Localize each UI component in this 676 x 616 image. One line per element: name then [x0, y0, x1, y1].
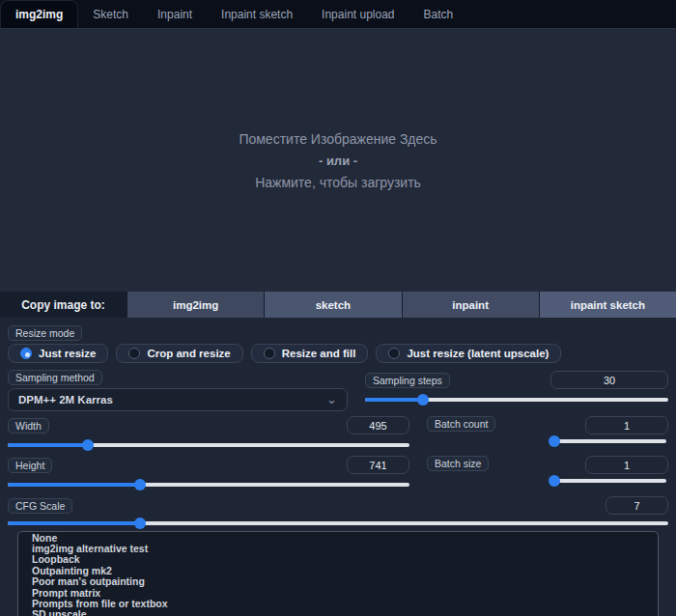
- radio-unselected-icon: [128, 348, 140, 359]
- batch-size-slider[interactable]: [550, 474, 666, 487]
- cfg-scale-input[interactable]: 7: [606, 496, 668, 515]
- radio-just-resize-label: Just resize: [39, 348, 96, 359]
- batch-count-slider[interactable]: [550, 434, 666, 447]
- sampling-steps-label: Sampling steps: [365, 373, 450, 388]
- cfg-scale-block: CFG Scale 7: [8, 493, 668, 529]
- height-block: Height 741: [8, 453, 409, 490]
- script-option-poor-mans-outpainting[interactable]: Poor man's outpainting: [18, 576, 658, 587]
- sampling-method-value: DPM++ 2M Karras: [18, 394, 113, 406]
- script-option-img2img-alternative-test[interactable]: img2img alternative test: [18, 543, 658, 553]
- cfg-scale-label: CFG Scale: [8, 498, 72, 514]
- resize-mode-block: Resize mode Just resize Crop and resize …: [8, 323, 668, 363]
- radio-unselected-icon: [264, 348, 275, 359]
- batch-count-block: Batch count: [427, 413, 545, 451]
- sampling-steps-input[interactable]: 30: [550, 371, 668, 389]
- radio-resize-and-fill-label: Resize and fill: [282, 348, 356, 359]
- copy-to-inpaint-button[interactable]: inpaint: [403, 292, 539, 318]
- width-block: Width 495: [8, 413, 409, 451]
- batch-size-input[interactable]: 1: [585, 456, 668, 474]
- radio-latent-upscale-label: Just resize (latent upscale): [407, 348, 549, 359]
- sampling-method-label: Sampling method: [8, 370, 102, 385]
- width-input[interactable]: 495: [347, 416, 409, 434]
- radio-selected-icon: [20, 348, 32, 359]
- sampling-method-block: Sampling method DPM++ 2M Karras ⌄: [8, 368, 348, 411]
- tab-inpaint-sketch[interactable]: Inpaint sketch: [207, 0, 307, 28]
- script-options-list: None img2img alternative test Loopback O…: [17, 531, 659, 616]
- radio-crop-and-resize[interactable]: Crop and resize: [116, 344, 242, 363]
- img2img-page: img2img Sketch Inpaint Inpaint sketch In…: [0, 0, 676, 616]
- script-option-sd-upscale[interactable]: SD upscale: [18, 609, 658, 616]
- batch-size-block: Batch size: [427, 453, 545, 490]
- radio-unselected-icon: [388, 348, 400, 359]
- dropzone-text-line1: Поместите Изображение Здесь: [239, 131, 437, 147]
- copy-to-inpaint-sketch-button[interactable]: inpaint sketch: [540, 292, 676, 318]
- script-option-prompt-matrix[interactable]: Prompt matrix: [18, 587, 658, 598]
- copy-image-to-row: Copy image to: img2img sketch inpaint in…: [0, 292, 676, 318]
- sampling-steps-slider[interactable]: [365, 393, 668, 406]
- copy-to-img2img-button[interactable]: img2img: [127, 292, 264, 318]
- dropzone-text-or: - или -: [319, 154, 357, 168]
- resize-mode-label: Resize mode: [8, 325, 82, 341]
- radio-just-resize-latent-upscale[interactable]: Just resize (latent upscale): [376, 344, 561, 363]
- image-dropzone[interactable]: Поместите Изображение Здесь - или - Нажм…: [0, 28, 676, 292]
- script-option-outpainting-mk2[interactable]: Outpainting mk2: [18, 565, 658, 575]
- width-label: Width: [8, 418, 49, 434]
- sampling-steps-block: Sampling steps 30: [365, 368, 668, 411]
- copy-to-sketch-button[interactable]: sketch: [265, 292, 401, 318]
- radio-just-resize[interactable]: Just resize: [8, 344, 108, 363]
- batch-count-input[interactable]: 1: [585, 416, 668, 434]
- copy-image-to-label: Copy image to:: [0, 292, 127, 318]
- batch-count-label: Batch count: [427, 416, 495, 432]
- chevron-down-icon: ⌄: [326, 395, 337, 405]
- cfg-scale-slider[interactable]: [8, 517, 668, 529]
- tab-batch[interactable]: Batch: [409, 0, 468, 28]
- script-option-none[interactable]: None: [18, 532, 658, 543]
- script-option-prompts-from-file[interactable]: Prompts from file or textbox: [18, 598, 658, 608]
- width-slider[interactable]: [8, 438, 409, 451]
- tab-sketch[interactable]: Sketch: [78, 0, 143, 28]
- radio-resize-and-fill[interactable]: Resize and fill: [251, 344, 369, 363]
- resize-mode-options: Just resize Crop and resize Resize and f…: [8, 344, 668, 363]
- controls-panel: Resize mode Just resize Crop and resize …: [0, 318, 676, 616]
- height-input[interactable]: 741: [347, 456, 409, 474]
- sampling-method-select[interactable]: DPM++ 2M Karras ⌄: [8, 388, 348, 411]
- dropzone-text-line3: Нажмите, чтобы загрузить: [255, 175, 421, 190]
- script-option-loopback[interactable]: Loopback: [18, 554, 658, 565]
- tab-inpaint-upload[interactable]: Inpaint upload: [307, 0, 408, 28]
- height-label: Height: [8, 458, 52, 473]
- height-slider[interactable]: [8, 478, 409, 490]
- mode-tabbar: img2img Sketch Inpaint Inpaint sketch In…: [0, 0, 676, 28]
- sampling-row: Sampling method DPM++ 2M Karras ⌄ Sampli…: [8, 368, 668, 411]
- batch-size-label: Batch size: [427, 456, 489, 471]
- tab-img2img[interactable]: img2img: [0, 0, 78, 28]
- tab-inpaint[interactable]: Inpaint: [143, 0, 207, 28]
- radio-crop-and-resize-label: Crop and resize: [147, 348, 230, 359]
